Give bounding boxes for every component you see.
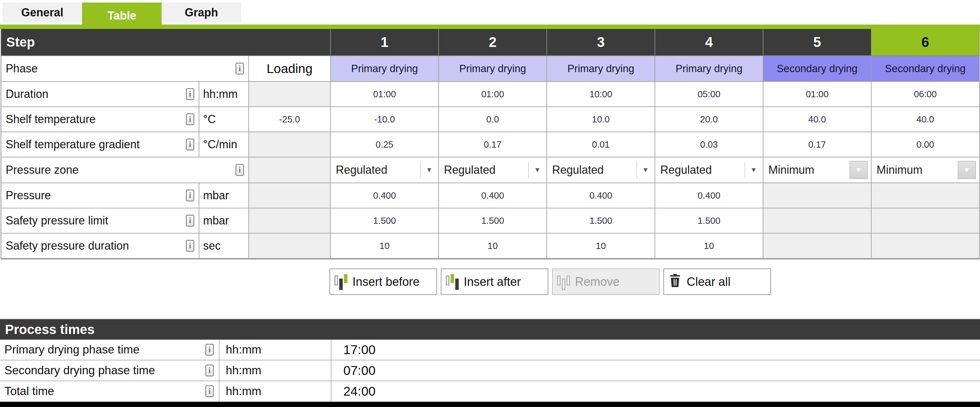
pressure-zone-select-step-4[interactable]: Regulated▼ [655,157,764,183]
safety-pressure-duration-step-3[interactable]: 10 [547,233,655,259]
step-action-buttons: Insert before Insert after Remove Clear … [329,268,771,295]
chevron-down-icon[interactable]: ▼ [534,166,543,174]
dropdown-separator [528,162,529,178]
duration-step-1[interactable]: 01:00 [331,82,439,107]
loading-shelf-temperature[interactable]: -25.0 [249,107,331,132]
unit-safety-pressure-duration: sec [199,233,249,259]
chevron-down-icon[interactable]: ▼ [426,166,435,174]
row-label-safety-pressure-limit: Safety pressure limiti [1,208,199,233]
process-time-row: Secondary drying phase time i hh:mm 07:0… [0,361,980,381]
tab-table[interactable]: Table [82,3,162,29]
safety-pressure-duration-step-4[interactable]: 10 [655,233,764,259]
safety-pressure-limit-step-6 [872,208,980,233]
chevron-down-icon[interactable]: ▼ [958,161,976,179]
safety-pressure-limit-step-3[interactable]: 1.500 [547,208,655,233]
step-column-header-3[interactable]: 3 [547,29,655,56]
info-icon[interactable]: i [205,385,214,397]
row-label-pressure: Pressurei [1,183,199,208]
safety-pressure-limit-step-2[interactable]: 1.500 [439,208,547,233]
step-table-corner-label: Step [1,29,331,56]
shelf-temperature-gradient-step-5[interactable]: 0.17 [764,132,872,157]
info-icon[interactable]: i [235,164,244,176]
row-label: Secondary drying phase time [5,364,155,377]
info-icon[interactable]: i [205,364,214,377]
pressure-step-4[interactable]: 0.400 [655,183,764,208]
row-label: Safety pressure duration [6,239,129,252]
insert-after-button[interactable]: Insert after [441,268,548,295]
row-label: Phase [6,62,38,75]
shelf-temperature-step-2[interactable]: 0.0 [439,107,547,132]
safety-pressure-duration-step-2[interactable]: 10 [439,233,547,259]
safety-pressure-duration-step-6 [872,233,980,259]
info-icon[interactable]: i [205,344,214,356]
shelf-temperature-step-6[interactable]: 40.0 [872,107,980,132]
safety-pressure-limit-step-1[interactable]: 1.500 [331,208,439,233]
info-icon[interactable]: i [235,63,244,75]
shelf-temperature-gradient-step-4[interactable]: 0.03 [655,132,764,157]
duration-step-2[interactable]: 01:00 [439,82,547,107]
step-column-header-6[interactable]: 6 [872,29,980,56]
loading-column-header: Loading [249,56,331,82]
pressure-zone-select-step-5[interactable]: Minimum▼ [764,157,872,183]
duration-step-5[interactable]: 01:00 [764,82,872,107]
safety-pressure-limit-step-4[interactable]: 1.500 [655,208,764,233]
shelf-temperature-gradient-step-3[interactable]: 0.01 [547,132,655,157]
remove-button[interactable]: Remove [552,268,660,295]
shelf-temperature-step-5[interactable]: 40.0 [764,107,872,132]
safety-pressure-duration-step-5 [764,233,872,259]
total-time-label: Total time i [0,381,220,401]
insert-before-button[interactable]: Insert before [329,268,437,295]
shelf-temperature-step-4[interactable]: 20.0 [655,107,764,132]
phase-cell-step-5: Secondary drying [764,56,872,82]
safety-pressure-limit-step-5 [764,208,872,233]
duration-step-3[interactable]: 10:00 [547,82,655,107]
pressure-step-1[interactable]: 0.400 [331,183,439,208]
step-column-header-4[interactable]: 4 [655,29,764,56]
info-icon[interactable]: i [186,139,194,150]
pressure-zone-select-step-6[interactable]: Minimum▼ [872,157,980,183]
chevron-down-icon[interactable]: ▼ [642,166,651,174]
chevron-down-icon[interactable]: ▼ [850,161,868,179]
info-icon[interactable]: i [186,215,194,227]
shelf-temperature-step-3[interactable]: 10.0 [547,107,655,132]
shelf-temperature-step-1[interactable]: -10.0 [331,107,439,132]
chevron-down-icon[interactable]: ▼ [750,166,760,174]
bottom-bar [0,402,980,407]
info-icon[interactable]: i [186,190,194,201]
pressure-zone-value: Minimum [768,163,850,177]
info-icon[interactable]: i [186,88,194,100]
pressure-zone-select-step-3[interactable]: Regulated▼ [547,157,655,183]
row-label: Pressure [6,189,51,202]
dropdown-separator [745,162,745,178]
pressure-step-2[interactable]: 0.400 [439,183,547,208]
tab-graph[interactable]: Graph [162,3,241,23]
tab-general[interactable]: General [3,3,82,23]
shelf-temperature-gradient-step-1[interactable]: 0.25 [331,132,439,157]
loading-shelf-temperature-gradient [249,132,331,157]
clear-all-button[interactable]: Clear all [663,268,771,295]
row-label-shelf-temperature-gradient: Shelf temperature gradienti [1,132,199,157]
unit-shelf-temperature-gradient: °C/min [199,132,249,157]
pressure-step-3[interactable]: 0.400 [547,183,655,208]
pressure-zone-value: Minimum [877,163,958,177]
shelf-temperature-gradient-step-2[interactable]: 0.17 [439,132,547,157]
pressure-zone-select-step-2[interactable]: Regulated▼ [439,157,547,183]
phase-cell-step-3: Primary drying [547,56,655,82]
process-time-row: Primary drying phase time i hh:mm 17:00 [0,340,980,361]
step-column-header-1[interactable]: 1 [331,29,439,56]
row-label-duration: Durationi [1,82,199,107]
row-label: Shelf temperature gradient [6,138,140,151]
row-label: Total time [5,385,54,398]
duration-step-6[interactable]: 06:00 [872,82,980,107]
step-column-header-5[interactable]: 5 [764,29,872,56]
info-icon[interactable]: i [186,240,194,252]
unit-label: hh:mm [220,361,331,381]
step-column-header-2[interactable]: 2 [439,29,547,56]
safety-pressure-duration-step-1[interactable]: 10 [331,233,439,259]
shelf-temperature-gradient-step-6[interactable]: 0.00 [872,132,980,157]
duration-step-4[interactable]: 05:00 [655,82,764,107]
info-icon[interactable]: i [186,113,194,125]
pressure-zone-select-step-1[interactable]: Regulated▼ [331,157,439,183]
dropdown-separator [420,162,421,178]
loading-duration [249,82,331,107]
